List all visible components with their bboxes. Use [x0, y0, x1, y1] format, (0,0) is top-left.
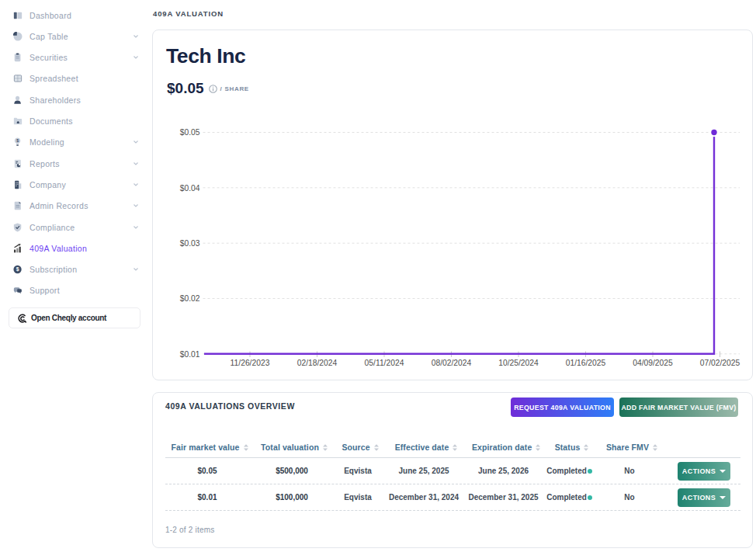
svg-text:11/26/2023: 11/26/2023 — [231, 359, 270, 367]
svg-text:02/18/2024: 02/18/2024 — [297, 359, 338, 367]
svg-text:$: $ — [16, 139, 19, 144]
svg-text:05/11/2024: 05/11/2024 — [365, 359, 404, 367]
svg-text:$0.05: $0.05 — [180, 128, 200, 137]
svg-text:$0.01: $0.01 — [180, 350, 200, 359]
svg-text:$: $ — [16, 266, 19, 273]
svg-text:$0.04: $0.04 — [180, 184, 200, 193]
svg-text:08/02/2024: 08/02/2024 — [432, 359, 472, 367]
svg-text:$0.03: $0.03 — [180, 239, 200, 248]
svg-text:$0.02: $0.02 — [180, 294, 200, 303]
svg-text:10/25/2024: 10/25/2024 — [498, 359, 539, 367]
svg-text:01/16/2025: 01/16/2025 — [566, 359, 606, 367]
svg-text:07/02/2025: 07/02/2025 — [700, 359, 740, 367]
svg-text:04/09/2025: 04/09/2025 — [633, 359, 673, 367]
